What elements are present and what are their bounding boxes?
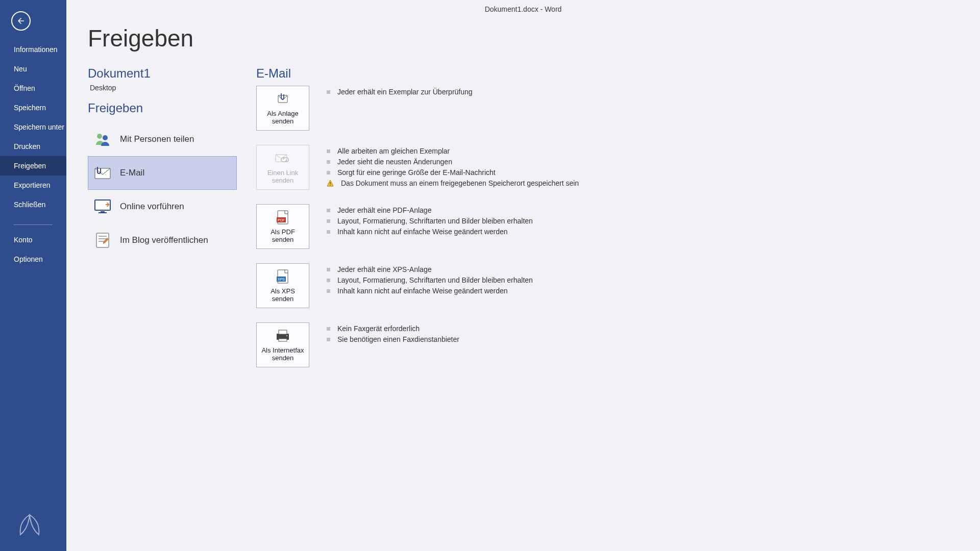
description-text: Sie benötigen einen Faxdienstanbieter — [337, 335, 459, 343]
svg-rect-5 — [99, 212, 107, 213]
share-option-screen[interactable]: Online vorführen — [88, 190, 237, 223]
page-title: Freigeben — [88, 24, 959, 52]
bullet-icon — [327, 149, 330, 153]
description-text: Kein Faxgerät erforderlich — [337, 324, 420, 333]
sidebar-item-neu[interactable]: Neu — [0, 59, 66, 79]
share-option-mail-attach[interactable]: E-Mail — [88, 156, 237, 190]
pdf-icon: PDF — [276, 210, 289, 225]
sidebar-item-speichern[interactable]: Speichern — [0, 98, 66, 117]
description-text: Jeder erhält eine XPS-Anlage — [337, 265, 431, 273]
back-button[interactable] — [11, 11, 31, 31]
svg-text:XPS: XPS — [278, 278, 285, 281]
people-icon — [94, 131, 111, 147]
svg-rect-19 — [279, 339, 287, 341]
window-title: Dokument1.docx - Word — [66, 5, 980, 13]
sidebar-item-konto[interactable]: Konto — [0, 230, 66, 249]
xps-icon: XPS — [276, 269, 289, 284]
send-xps-button[interactable]: XPSAls XPS senden — [256, 263, 309, 308]
sidebar-item-exportieren[interactable]: Exportieren — [0, 176, 66, 195]
bullet-icon — [327, 338, 330, 341]
description-item: Inhalt kann nicht auf einfache Weise geä… — [327, 228, 533, 236]
bullet-icon — [327, 171, 330, 174]
sidebar-item-schließen[interactable]: Schließen — [0, 195, 66, 214]
email-action-row: XPSAls XPS sendenJeder erhält eine XPS-A… — [256, 263, 959, 308]
action-description-list: Jeder erhält ein Exemplar zur Überprüfun… — [327, 86, 473, 96]
email-action-row: Als Anlage sendenJeder erhält ein Exempl… — [256, 86, 959, 131]
share-option-people[interactable]: Mit Personen teilen — [88, 122, 237, 156]
main-area: Dokument1.docx - Word Freigeben Dokument… — [66, 0, 980, 551]
description-text: Inhalt kann nicht auf einfache Weise geä… — [337, 287, 508, 295]
sidebar-item-informationen[interactable]: Informationen — [0, 40, 66, 59]
send-pdf-button[interactable]: PDFAls PDF senden — [256, 204, 309, 249]
bullet-icon — [327, 219, 330, 223]
send-link-button: Einen Link senden — [256, 145, 309, 190]
bullet-icon — [327, 90, 330, 94]
description-item: Sie benötigen einen Faxdienstanbieter — [327, 335, 459, 343]
send-fax-button[interactable]: Als Internetfax senden — [256, 322, 309, 367]
app-logo-icon — [15, 512, 44, 542]
svg-point-1 — [103, 135, 108, 140]
svg-text:PDF: PDF — [278, 218, 285, 222]
sidebar-menu-secondary: KontoOptionen — [0, 230, 66, 269]
svg-rect-10 — [330, 185, 330, 185]
bullet-icon — [327, 230, 330, 234]
bullet-icon — [327, 289, 330, 293]
email-action-row: PDFAls PDF sendenJeder erhält eine PDF-A… — [256, 204, 959, 249]
bullet-icon — [327, 209, 330, 212]
description-item: Jeder erhält eine XPS-Anlage — [327, 265, 533, 273]
email-section-title: E-Mail — [256, 66, 959, 81]
action-button-label: Als Internetfax senden — [260, 346, 306, 362]
description-item: Inhalt kann nicht auf einfache Weise geä… — [327, 287, 533, 295]
send-attach-button[interactable]: Als Anlage senden — [256, 86, 309, 131]
description-text: Jeder erhält eine PDF-Anlage — [337, 206, 431, 214]
email-action-row: Einen Link sendenAlle arbeiten am gleich… — [256, 145, 959, 190]
mail-attach-icon — [94, 165, 111, 181]
svg-point-20 — [286, 335, 288, 337]
sidebar-item-optionen[interactable]: Optionen — [0, 249, 66, 269]
description-item: Layout, Formatierung, Schriftarten und B… — [327, 217, 533, 225]
sidebar-menu: InformationenNeuÖffnenSpeichernSpeichern… — [0, 40, 66, 214]
bullet-icon — [327, 279, 330, 282]
bullet-icon — [327, 327, 330, 331]
share-subheading: Freigeben — [88, 101, 237, 115]
attach-icon — [277, 91, 289, 107]
description-text: Inhalt kann nicht auf einfache Weise geä… — [337, 228, 508, 236]
svg-point-0 — [97, 134, 102, 139]
svg-rect-9 — [330, 182, 330, 184]
fax-icon — [276, 328, 290, 343]
action-button-label: Als PDF senden — [260, 228, 306, 243]
description-text: Layout, Formatierung, Schriftarten und B… — [337, 217, 533, 225]
columns: Dokument1 Desktop Freigeben Mit Personen… — [88, 66, 959, 382]
link-icon — [275, 151, 290, 166]
share-option-blog[interactable]: Im Blog veröffentlichen — [88, 223, 237, 257]
description-text: Jeder erhält ein Exemplar zur Überprüfun… — [337, 88, 473, 96]
blog-icon — [94, 232, 111, 248]
description-text: Alle arbeiten am gleichen Exemplar — [337, 147, 450, 155]
backstage-view: InformationenNeuÖffnenSpeichernSpeichern… — [0, 0, 980, 551]
screen-icon — [94, 198, 111, 215]
description-item: Alle arbeiten am gleichen Exemplar — [327, 147, 579, 155]
email-actions: Als Anlage sendenJeder erhält ein Exempl… — [256, 86, 959, 367]
sidebar-item-freigeben[interactable]: Freigeben — [0, 156, 66, 176]
sidebar-item-öffnen[interactable]: Öffnen — [0, 79, 66, 98]
arrow-left-icon — [16, 16, 26, 26]
share-option-label: Im Blog veröffentlichen — [120, 235, 208, 245]
description-text: Jeder sieht die neusten Änderungen — [337, 158, 452, 166]
share-options-list: Mit Personen teilenE-MailOnline vorführe… — [88, 122, 237, 257]
action-button-label: Einen Link senden — [260, 169, 306, 184]
svg-rect-4 — [101, 211, 105, 212]
sidebar-item-speichern-unter[interactable]: Speichern unter — [0, 117, 66, 137]
description-text: Layout, Formatierung, Schriftarten und B… — [337, 276, 533, 284]
warning-icon — [327, 180, 334, 187]
description-item: Sorgt für eine geringe Größe der E-Mail-… — [327, 168, 579, 177]
action-description-list: Jeder erhält eine XPS-AnlageLayout, Form… — [327, 263, 533, 295]
share-list-column: Dokument1 Desktop Freigeben Mit Personen… — [88, 66, 237, 382]
document-location: Desktop — [90, 84, 237, 92]
description-item: Jeder erhält ein Exemplar zur Überprüfun… — [327, 88, 473, 96]
email-action-row: Als Internetfax sendenKein Faxgerät erfo… — [256, 322, 959, 367]
share-option-label: E-Mail — [120, 168, 144, 178]
sidebar-item-drucken[interactable]: Drucken — [0, 137, 66, 156]
action-description-list: Alle arbeiten am gleichen ExemplarJeder … — [327, 145, 579, 187]
bullet-icon — [327, 268, 330, 271]
action-description-list: Jeder erhält eine PDF-AnlageLayout, Form… — [327, 204, 533, 236]
